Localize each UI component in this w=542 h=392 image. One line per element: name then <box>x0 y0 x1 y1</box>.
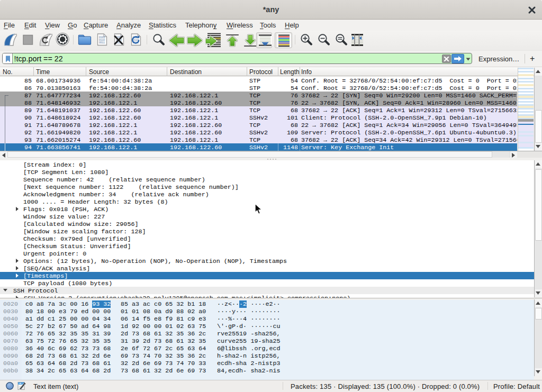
svg-text:0011: 0011 <box>99 41 105 44</box>
